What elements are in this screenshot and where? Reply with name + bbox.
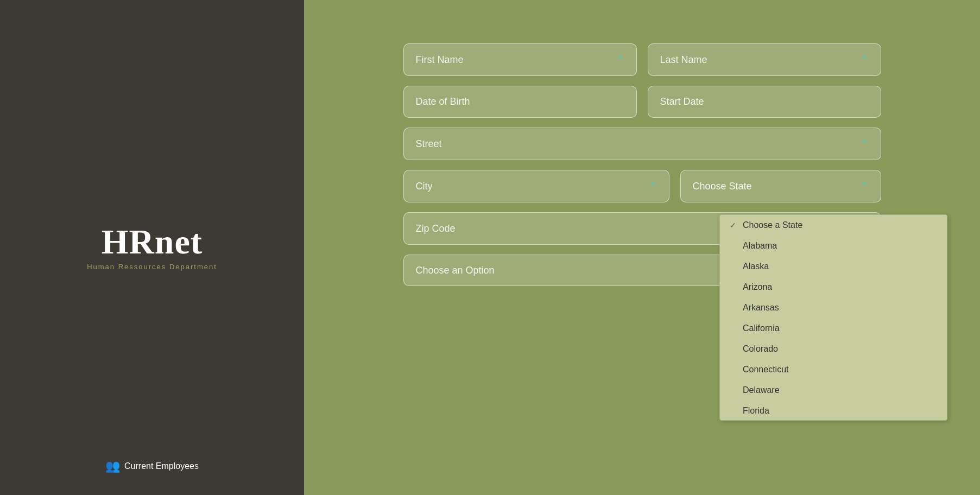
state-option-arkansas[interactable]: Arkansas bbox=[720, 297, 947, 318]
city-field[interactable]: City ⌃ bbox=[403, 170, 669, 202]
zip-code-label: Zip Code bbox=[416, 223, 456, 234]
dob-field[interactable]: Date of Birth bbox=[403, 86, 637, 118]
street-label: Street bbox=[416, 138, 442, 150]
state-option-alabama[interactable]: Alabama bbox=[720, 236, 947, 256]
state-field-wrapper: Choose State ⌃ bbox=[680, 170, 881, 202]
state-option-label-florida: Florida bbox=[743, 406, 769, 416]
state-option-florida[interactable]: Florida bbox=[720, 401, 947, 421]
people-icon: 👥 bbox=[105, 459, 120, 473]
state-label: Choose State bbox=[693, 181, 752, 192]
state-option-label-alabama: Alabama bbox=[743, 241, 777, 251]
first-name-field[interactable]: First Name ⌃ bbox=[403, 43, 637, 76]
first-name-label: First Name bbox=[416, 54, 464, 66]
state-option-connecticut[interactable]: Connecticut bbox=[720, 359, 947, 380]
state-option-label-connecticut: Connecticut bbox=[743, 365, 789, 375]
state-option-label-delaware: Delaware bbox=[743, 385, 780, 395]
state-option-california[interactable]: California bbox=[720, 318, 947, 339]
street-field[interactable]: Street ⌃ bbox=[403, 128, 881, 160]
current-employees-label: Current Employees bbox=[124, 461, 199, 471]
state-option-label-arkansas: Arkansas bbox=[743, 303, 779, 313]
state-option-label-alaska: Alaska bbox=[743, 262, 769, 271]
state-field[interactable]: Choose State ⌃ bbox=[680, 170, 881, 202]
last-name-label: Last Name bbox=[660, 54, 707, 66]
state-option-delaware[interactable]: Delaware bbox=[720, 380, 947, 401]
first-name-chevron-icon: ⌃ bbox=[616, 54, 624, 66]
date-row: Date of Birth Start Date bbox=[403, 86, 881, 118]
state-option-colorado[interactable]: Colorado bbox=[720, 339, 947, 359]
city-chevron-icon: ⌃ bbox=[649, 180, 657, 192]
last-name-field[interactable]: Last Name ⌃ bbox=[648, 43, 881, 76]
name-row: First Name ⌃ Last Name ⌃ bbox=[403, 43, 881, 76]
start-date-label: Start Date bbox=[660, 96, 704, 107]
state-chevron-icon: ⌃ bbox=[861, 180, 869, 192]
state-option-alaska[interactable]: Alaska bbox=[720, 256, 947, 277]
app-title: HRnet bbox=[87, 225, 217, 259]
brand: HRnet Human Ressources Department bbox=[87, 225, 217, 271]
state-option-arizona[interactable]: Arizona bbox=[720, 277, 947, 297]
dob-label: Date of Birth bbox=[416, 96, 470, 107]
street-chevron-icon: ⌃ bbox=[861, 138, 869, 150]
city-label: City bbox=[416, 181, 433, 192]
state-option-label-colorado: Colorado bbox=[743, 344, 778, 354]
current-employees-link[interactable]: 👥 Current Employees bbox=[105, 459, 199, 473]
start-date-field[interactable]: Start Date bbox=[648, 86, 881, 118]
state-option-default[interactable]: ✓ Choose a State bbox=[720, 215, 947, 236]
state-option-label-default: Choose a State bbox=[743, 220, 802, 230]
app-subtitle: Human Ressources Department bbox=[87, 263, 217, 271]
main-content: First Name ⌃ Last Name ⌃ Date of Birth S… bbox=[304, 0, 980, 495]
checkmark-icon: ✓ bbox=[730, 221, 738, 230]
last-name-chevron-icon: ⌃ bbox=[861, 54, 869, 66]
city-state-row: City ⌃ Choose State ⌃ bbox=[403, 170, 881, 202]
sidebar: HRnet Human Ressources Department 👥 Curr… bbox=[0, 0, 304, 495]
state-option-label-california: California bbox=[743, 323, 780, 333]
state-option-label-arizona: Arizona bbox=[743, 282, 772, 292]
state-dropdown-menu[interactable]: ✓ Choose a State Alabama Alaska Arizona … bbox=[719, 214, 947, 421]
